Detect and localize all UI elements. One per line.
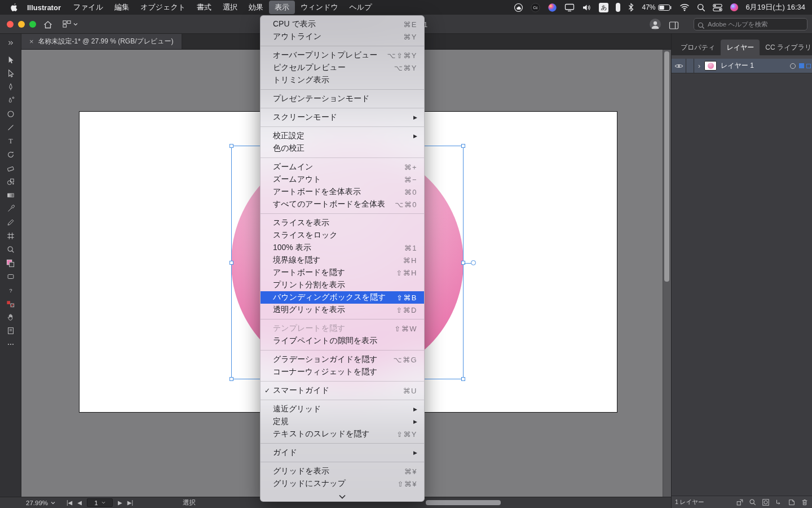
layer-selection-chip[interactable] [799,63,804,68]
collapse-chevrons-icon[interactable] [6,37,15,47]
menubar-datetime[interactable]: 6月19日(土) 16:34 [746,2,806,12]
account-avatar[interactable] [650,19,661,30]
menu-item[interactable]: グリッドにスナップ⇧⌘¥ [261,478,424,490]
direct-selection-tool[interactable] [3,67,18,80]
menu-item[interactable]: 100% 表示⌘1 [261,242,424,254]
zoom-window-button[interactable] [29,21,36,28]
type-tool[interactable]: T [3,134,18,148]
menu-item[interactable]: アートボードを隠す⇧⌘H [261,266,424,279]
display-icon[interactable] [564,3,575,12]
menu-item[interactable]: オーバープリントプレビュー⌥⇧⌘Y [261,49,424,62]
menu-item[interactable]: アウトライン⌘Y [261,30,424,43]
menu-item[interactable]: ピクセルプレビュー⌥⌘Y [261,62,424,74]
menu-item[interactable]: ✓スマートガイド⌘U [261,384,424,397]
menu-item[interactable]: ガイド▶ [261,446,424,459]
new-layer-icon[interactable] [788,498,796,506]
shape-builder-tool[interactable] [3,175,18,189]
document-tab[interactable]: × 名称未設定-1* @ 27.99 % (RGB/プレビュー) [21,34,182,49]
last-artboard-button[interactable]: ▶| [127,500,133,506]
handle-bottom-left[interactable] [230,377,233,381]
layer-expand-chevron[interactable]: › [694,62,704,70]
visibility-toggle[interactable] [672,59,686,73]
menubar-item[interactable]: 効果 [243,1,269,14]
menu-item[interactable]: プレゼンテーションモード [261,93,424,105]
lock-toggle[interactable] [686,59,694,73]
layer-target-circle[interactable] [790,63,796,69]
colorful-app-icon[interactable] [548,3,557,12]
help-control[interactable]: ? [3,283,18,297]
menu-item[interactable]: ズームイン⌘+ [261,161,424,173]
artboard-number-field[interactable]: 1 [87,498,113,507]
menu-item[interactable]: グリッドを表示⌘¥ [261,465,424,478]
screen-mode-control[interactable] [3,270,18,283]
line-segment-tool[interactable] [3,121,18,134]
menubar-item[interactable]: ファイル [68,1,109,14]
menu-item[interactable]: スライスをロック [261,229,424,242]
close-window-button[interactable] [7,21,14,28]
menubar-app-name[interactable]: Illustrator [21,2,67,14]
ellipse-tool[interactable] [3,107,18,121]
home-icon[interactable] [43,19,53,30]
menubar-item[interactable]: ウィンドウ [295,1,344,14]
menu-item[interactable]: トリミング表示 [261,74,424,86]
adobe-cc-app-icon[interactable]: Cc [531,3,540,12]
delete-layer-icon[interactable] [801,498,809,506]
menu-scroll-down-icon[interactable] [261,494,424,500]
menu-item[interactable]: 校正設定▶ [261,130,424,142]
help-search-input[interactable] [694,18,807,30]
selection-tool[interactable] [3,53,18,67]
previous-artboard-button[interactable]: ◀ [77,500,82,506]
live-shape-handle[interactable] [471,260,476,265]
new-sublayer-icon[interactable] [775,498,783,506]
menubar-item[interactable]: 編集 [109,1,135,14]
rotate-tool[interactable] [3,148,18,161]
menu-item[interactable]: バウンディングボックスを隠す⇧⌘B [261,291,424,304]
handle-top-right[interactable] [461,144,465,148]
pencil-tool[interactable] [3,216,18,229]
curvature-tool[interactable] [3,94,18,107]
vertical-scrollbar-track[interactable] [663,50,671,497]
next-artboard-button[interactable]: ▶ [118,500,122,506]
pen-tool[interactable] [3,80,18,94]
page-tool[interactable] [3,324,18,338]
spotlight-icon[interactable] [697,3,705,12]
control-center-icon[interactable] [713,3,722,12]
creative-cloud-icon[interactable] [514,3,523,12]
panel-tab[interactable]: レイヤー [721,40,760,55]
more-tools[interactable] [3,338,18,351]
gradient-tool[interactable] [3,189,18,202]
first-artboard-button[interactable]: |◀ [67,500,72,506]
menu-item[interactable]: コーナーウィジェットを隠す [261,366,424,378]
layer-thumbnail[interactable] [704,61,717,71]
zoom-tool[interactable] [3,243,18,256]
artboard-tool[interactable] [3,229,18,243]
panel-tab[interactable]: CC ライブラリ [760,40,812,55]
vertical-scrollbar-thumb[interactable] [664,51,669,282]
handle-top-left[interactable] [230,144,233,148]
locate-object-icon[interactable] [749,498,757,506]
menu-item[interactable]: グラデーションガイドを隠す⌥⌘G [261,353,424,366]
menu-item[interactable]: ライブペイントの隙間を表示 [261,335,424,347]
menu-item[interactable]: ズームアウト⌘− [261,173,424,186]
menubar-item[interactable]: 表示 [269,1,295,14]
panel-tab[interactable]: プロパティ [675,40,721,55]
handle-mid-left[interactable] [230,261,233,265]
menu-item[interactable]: 境界線を隠す⌘H [261,254,424,266]
horizontal-scrollbar-thumb[interactable] [426,500,501,505]
menu-item[interactable]: CPU で表示⌘E [261,18,424,30]
color-controls[interactable] [3,297,18,310]
menu-item[interactable]: 透明グリッドを表示⇧⌘D [261,304,424,316]
menu-item[interactable]: テキストのスレッドを隠す⇧⌘Y [261,428,424,440]
menu-item[interactable]: スクリーンモード▶ [261,111,424,124]
menubar-item[interactable]: 選択 [217,1,243,14]
device-battery-icon[interactable] [616,3,620,12]
zoom-level-dropdown[interactable]: 27.99% [26,500,55,506]
volume-icon[interactable] [582,3,592,12]
tab-close-icon[interactable]: × [29,37,34,46]
menu-item[interactable]: 定規▶ [261,415,424,428]
siri-icon[interactable] [730,3,739,12]
menu-item[interactable]: すべてのアートボードを全体表示⌥⌘0 [261,198,424,211]
menu-item[interactable]: アートボードを全体表示⌘0 [261,186,424,198]
menu-item[interactable]: プリント分割を表示 [261,279,424,291]
eraser-tool[interactable] [3,161,18,175]
